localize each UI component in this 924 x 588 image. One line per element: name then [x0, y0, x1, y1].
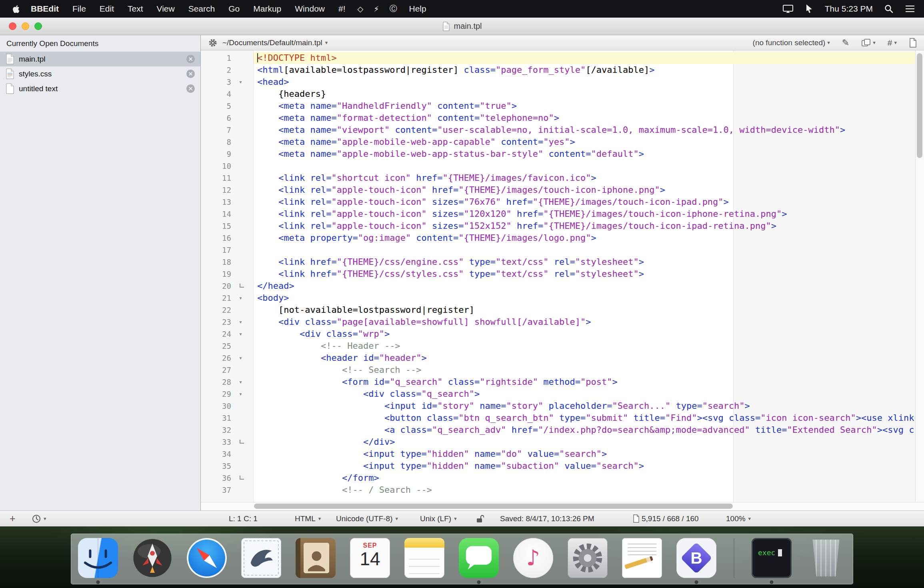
code-line-10[interactable]: 10: [201, 160, 915, 172]
function-selector-dropdown[interactable]: (no function selected) ▾: [753, 38, 830, 47]
document-path-dropdown[interactable]: ~/Documents/Default/main.tpl ▾: [222, 38, 328, 47]
vertical-scrollbar[interactable]: [915, 50, 924, 502]
dock-exec[interactable]: exec: [751, 538, 792, 579]
menu-bbedit[interactable]: BBEdit: [24, 4, 66, 14]
gear-icon[interactable]: [208, 38, 218, 48]
code-line-32[interactable]: 32 <a class="q_search_adv" href="/index.…: [201, 424, 915, 436]
menu-go[interactable]: Go: [222, 4, 246, 14]
code-line-13[interactable]: 13 <link rel="apple-touch-icon" sizes="7…: [201, 196, 915, 208]
lightning-menu-icon[interactable]: ⚡: [368, 4, 384, 14]
fold-end-icon[interactable]: [234, 472, 254, 484]
dock-trash[interactable]: [806, 538, 846, 579]
code-line-15[interactable]: 15 <link rel="apple-touch-icon" sizes="1…: [201, 220, 915, 232]
menu-shebang[interactable]: #!: [332, 4, 352, 14]
code-line-9[interactable]: 9 <meta name="apple-mobile-web-app-statu…: [201, 148, 915, 160]
menu-help[interactable]: Help: [402, 4, 433, 14]
spotlight-icon[interactable]: [884, 4, 894, 14]
cursor-menu-icon[interactable]: [805, 4, 814, 14]
sidebar-doc-main-tpl[interactable]: main.tpl✕: [0, 52, 200, 66]
fold-end-icon[interactable]: [234, 280, 254, 292]
zoom-dropdown[interactable]: 100%▾: [726, 511, 751, 526]
notification-center-icon[interactable]: [905, 4, 915, 13]
dock-textedit[interactable]: [622, 538, 662, 579]
vertical-scrollbar-thumb[interactable]: [917, 53, 922, 158]
code-line-36[interactable]: 36 </form>: [201, 472, 915, 484]
dock-calendar[interactable]: SEP 14: [350, 538, 390, 579]
minimize-window-button[interactable]: [22, 22, 29, 30]
menu-text[interactable]: Text: [121, 4, 150, 14]
fold-arrow-icon[interactable]: ▾: [234, 352, 254, 364]
add-document-button[interactable]: +: [10, 511, 16, 526]
code-line-29[interactable]: 29▾ <div class="q_search">: [201, 388, 915, 400]
pencil-icon[interactable]: ✎: [842, 38, 849, 48]
display-menu-icon[interactable]: [782, 4, 794, 14]
code-line-11[interactable]: 11 <link rel="shortcut icon" href="{THEM…: [201, 172, 915, 184]
sidebar-doc-styles-css[interactable]: styles.css✕: [0, 66, 200, 81]
menu-window[interactable]: Window: [288, 4, 332, 14]
dock-itunes[interactable]: ♪: [513, 538, 554, 579]
sidebar-doc-untitled-text[interactable]: untitled text✕: [0, 81, 200, 96]
menu-search[interactable]: Search: [182, 4, 222, 14]
code-line-21[interactable]: 21▾<body>: [201, 292, 915, 304]
code-line-20[interactable]: 20</head>: [201, 280, 915, 292]
dock-notes[interactable]: [404, 538, 445, 579]
zoom-window-button[interactable]: [34, 22, 42, 30]
dock-launchpad[interactable]: [132, 538, 173, 579]
code-line-28[interactable]: 28▾ <form id="q_search" class="rightside…: [201, 376, 915, 388]
menubar-clock[interactable]: Thu 5:23 PM: [825, 4, 873, 14]
code-line-19[interactable]: 19 <link href="{THEME}/css/styles.css" t…: [201, 268, 915, 280]
code-line-18[interactable]: 18 <link href="{THEME}/css/engine.css" t…: [201, 256, 915, 268]
menu-view[interactable]: View: [150, 4, 182, 14]
code-line-6[interactable]: 6 <meta name="format-detection" content=…: [201, 112, 915, 124]
encoding-dropdown[interactable]: Unicode (UTF-8)▾: [336, 511, 398, 526]
code-line-33[interactable]: 33 </div>: [201, 436, 915, 448]
markers-menu-icon[interactable]: # ▾: [888, 38, 897, 48]
code-line-2[interactable]: 2<html[available=lostpassword|register] …: [201, 64, 915, 76]
apple-logo-icon[interactable]: [12, 4, 20, 14]
document-proxy-icon[interactable]: [442, 22, 450, 31]
code-line-27[interactable]: 27 <!-- Search -->: [201, 364, 915, 376]
fold-arrow-icon[interactable]: ▾: [234, 376, 254, 388]
code-line-5[interactable]: 5 <meta name="HandheldFriendly" content=…: [201, 100, 915, 112]
dock-bbedit[interactable]: B: [676, 538, 717, 579]
fold-end-icon[interactable]: [234, 436, 254, 448]
language-dropdown[interactable]: HTML▾: [295, 511, 321, 526]
menu-file[interactable]: File: [66, 4, 93, 14]
code-line-1[interactable]: 1<!DOCTYPE html>: [201, 52, 915, 64]
dock-safari[interactable]: [186, 538, 227, 579]
code-line-16[interactable]: 16 <meta property="og:image" content="{T…: [201, 232, 915, 244]
fold-arrow-icon[interactable]: ▾: [234, 316, 254, 328]
menu-markup[interactable]: Markup: [246, 4, 288, 14]
dock-system-preferences[interactable]: [567, 538, 608, 579]
code-line-8[interactable]: 8 <meta name="apple-mobile-web-app-capab…: [201, 136, 915, 148]
code-editor[interactable]: 1<!DOCTYPE html>2<html[available=lostpas…: [201, 50, 924, 502]
code-line-14[interactable]: 14 <link rel="apple-touch-icon" sizes="1…: [201, 208, 915, 220]
unlocked-icon[interactable]: [476, 511, 484, 526]
code-line-7[interactable]: 7 <meta name="viewport" content="user-sc…: [201, 124, 915, 136]
fold-arrow-icon[interactable]: ▾: [234, 388, 254, 400]
menu-edit[interactable]: Edit: [93, 4, 121, 14]
counterparts-icon[interactable]: ▾: [861, 38, 876, 47]
code-line-26[interactable]: 26▾ <header id="header">: [201, 352, 915, 364]
close-document-icon[interactable]: ✕: [186, 55, 195, 63]
horizontal-scrollbar-thumb[interactable]: [254, 504, 733, 509]
dock-finder[interactable]: [78, 538, 118, 579]
recent-documents-button[interactable]: ▾: [32, 511, 46, 526]
code-line-34[interactable]: 34 <input type="hidden" name="do" value=…: [201, 448, 915, 460]
code-line-12[interactable]: 12 <link rel="apple-touch-icon" href="{T…: [201, 184, 915, 196]
line-break-dropdown[interactable]: Unix (LF)▾: [420, 511, 457, 526]
close-document-icon[interactable]: ✕: [186, 70, 195, 78]
code-line-25[interactable]: 25 <!-- Header -->: [201, 340, 915, 352]
code-line-23[interactable]: 23▾ <div class="page[available=showfull]…: [201, 316, 915, 328]
close-window-button[interactable]: [9, 22, 16, 30]
code-line-30[interactable]: 30 <input id="story" name="story" placeh…: [201, 400, 915, 412]
code-line-24[interactable]: 24▾ <div class="wrp">: [201, 328, 915, 340]
code-line-3[interactable]: 3▾<head>: [201, 76, 915, 88]
code-line-35[interactable]: 35 <input type="hidden" name="subaction"…: [201, 460, 915, 472]
code-line-22[interactable]: 22 [not-available=lostpassword|register]: [201, 304, 915, 316]
dock-mail[interactable]: [241, 538, 282, 579]
window-titlebar[interactable]: main.tpl: [0, 18, 924, 35]
code-line-4[interactable]: 4 {headers}: [201, 88, 915, 100]
horizontal-scrollbar[interactable]: [201, 502, 924, 510]
fold-arrow-icon[interactable]: ▾: [234, 76, 254, 88]
